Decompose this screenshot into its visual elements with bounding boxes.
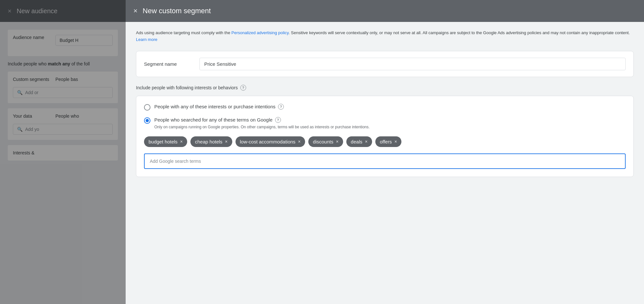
radio-label-google-search: People who searched for any of these ter…: [154, 117, 370, 130]
segment-name-label: Segment name: [144, 61, 189, 67]
radio1-help-icon[interactable]: ?: [278, 104, 284, 110]
tags-container: budget hotels×cheap hotels×low-cost acco…: [144, 136, 626, 147]
tag-low-cost-remove[interactable]: ×: [298, 139, 301, 144]
segment-name-section: Segment name: [136, 51, 634, 77]
tag-cheap-hotels-label: cheap hotels: [195, 139, 222, 144]
radio-option-google-search[interactable]: People who searched for any of these ter…: [144, 117, 626, 130]
tag-cheap-hotels: cheap hotels×: [190, 136, 232, 147]
radio-sublabel: Only on campaigns running on Google prop…: [154, 124, 370, 130]
tag-budget-hotels-remove[interactable]: ×: [180, 139, 183, 144]
learn-more-link[interactable]: Learn more: [136, 37, 157, 42]
radio-label-interests: People with any of these interests or pu…: [154, 104, 284, 110]
tag-deals: deals×: [346, 136, 372, 147]
new-custom-segment-dialog: × New custom segment Ads using audience …: [126, 0, 644, 304]
tag-offers-label: offers: [380, 139, 392, 144]
dialog-close-button[interactable]: ×: [133, 7, 138, 15]
tag-deals-remove[interactable]: ×: [365, 139, 368, 144]
interests-card: People with any of these interests or pu…: [136, 96, 634, 177]
policy-text: Ads using audience targeting must comply…: [136, 30, 634, 43]
interests-heading: Include people with following interests …: [136, 85, 634, 91]
radio-btn-interests[interactable]: [144, 104, 150, 111]
radio-btn-google-search[interactable]: [144, 117, 150, 124]
tag-low-cost-label: low-cost accommodations: [240, 139, 296, 144]
tag-budget-hotels: budget hotels×: [144, 136, 187, 147]
tag-discounts-label: discounts: [313, 139, 333, 144]
tag-cheap-hotels-remove[interactable]: ×: [225, 139, 227, 144]
tag-low-cost: low-cost accommodations×: [235, 136, 305, 147]
interests-help-icon[interactable]: ?: [240, 85, 246, 91]
search-terms-input[interactable]: [144, 153, 626, 169]
tag-discounts-remove[interactable]: ×: [336, 139, 339, 144]
radio2-help-icon[interactable]: ?: [275, 117, 281, 123]
segment-name-input[interactable]: [199, 58, 626, 70]
tag-offers-remove[interactable]: ×: [394, 139, 397, 144]
dialog-body: Ads using audience targeting must comply…: [126, 22, 644, 304]
policy-link[interactable]: Personalized advertising policy: [231, 30, 289, 35]
dialog-title: New custom segment: [143, 7, 211, 15]
tag-budget-hotels-label: budget hotels: [149, 139, 178, 144]
tag-offers: offers×: [375, 136, 401, 147]
radio-option-interests[interactable]: People with any of these interests or pu…: [144, 104, 626, 111]
dialog-header: × New custom segment: [126, 0, 644, 22]
tag-discounts: discounts×: [308, 136, 343, 147]
tag-deals-label: deals: [351, 139, 362, 144]
